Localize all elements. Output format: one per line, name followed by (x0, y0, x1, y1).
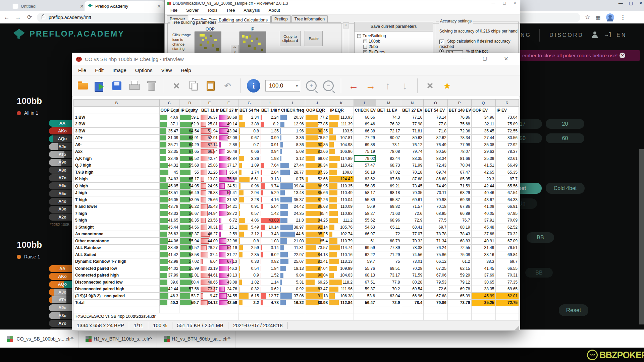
download-item[interactable]: HJ_vs_BTN_60bb_sa....cfr ^ (157, 330, 235, 348)
pio-menu-tree[interactable]: Tree (226, 8, 235, 13)
open-folder-icon[interactable] (77, 79, 89, 92)
iv-menu-view[interactable]: View (161, 67, 172, 73)
maximize-icon[interactable]: ▢ (629, 1, 633, 6)
cut-icon[interactable] (170, 79, 182, 92)
reload-icon[interactable]: ⟳ (25, 13, 34, 22)
paste-button[interactable]: Paste (305, 31, 323, 46)
col-header-bet-27-fr: BET 27 fr (219, 107, 238, 114)
profile-avatar[interactable] (606, 13, 614, 21)
tree-item-treebuilding[interactable]: TreeBuilding (363, 34, 386, 38)
nav-training-fragment[interactable]: NG (521, 32, 531, 38)
pio-menu-analysis[interactable]: Analysis (244, 8, 260, 13)
cell: 64.33 (495, 196, 519, 203)
col-header-bet-54-fre: BET 54 fre (238, 107, 260, 114)
undo-icon[interactable]: ↶ (222, 79, 234, 92)
info-icon[interactable]: i (247, 79, 260, 93)
nav-discord-link[interactable]: DISCORD (549, 32, 584, 38)
prev-image-icon[interactable]: ← (347, 79, 360, 92)
iv-maximize-icon[interactable]: ▢ (483, 56, 487, 62)
tree-item-100bb[interactable]: 100bb (369, 39, 380, 44)
minimize-icon[interactable]: — (619, 1, 623, 6)
pio-maximize-icon[interactable]: ▢ (502, 1, 506, 5)
pill-bb[interactable]: BB (527, 232, 554, 243)
browser-tab-untitled[interactable]: Untitled ✕ (9, 1, 87, 11)
pio-menu-file[interactable]: File (170, 8, 177, 13)
iv-menu-help[interactable]: Help (181, 67, 191, 73)
favorites-icon[interactable]: ★ (441, 79, 453, 92)
download-menu-chevron-icon[interactable]: ^ (149, 336, 153, 341)
iv-menu-image[interactable]: Image (112, 67, 126, 73)
iv-close-icon[interactable]: ✕ (504, 56, 508, 62)
iv-menu-edit[interactable]: Edit (95, 67, 104, 73)
browser-tab-preflop-academy[interactable]: Preflop Academy ✕ (85, 1, 164, 11)
tab-close-icon[interactable]: ✕ (75, 4, 84, 9)
browser-menu-icon[interactable]: ⋮ (620, 14, 626, 21)
tools-icon[interactable] (424, 79, 436, 92)
next-image-icon[interactable]: → (365, 79, 377, 92)
pill-stack-20[interactable]: 20 (546, 119, 584, 129)
back-icon[interactable]: ← (2, 13, 11, 22)
window-resize-grip[interactable] (515, 326, 519, 330)
cell: 83.62 (354, 176, 376, 183)
pio-menu-about[interactable]: About (269, 8, 280, 13)
iv-menu-options[interactable]: Options (135, 67, 153, 73)
zoom-dropdown-icon[interactable]: ▾ (296, 84, 298, 88)
slideshow-icon[interactable] (94, 79, 106, 92)
download-item[interactable]: CO_vs_SB_100bb_s....cfr ^ (0, 330, 78, 348)
close-icon[interactable]: ✕ (639, 1, 643, 6)
down-icon[interactable]: ↓ (399, 79, 411, 92)
extensions-puzzle-icon[interactable]: ▦ (596, 14, 600, 20)
zoom-out-icon[interactable]: − (322, 79, 334, 92)
bookmark-star-icon[interactable]: ☆ (585, 14, 590, 21)
pio-close-icon[interactable]: ✕ (514, 1, 517, 5)
col-header-bet-27-ev: BET 27 EV (401, 107, 424, 114)
download-menu-chevron-icon[interactable]: ^ (70, 336, 74, 341)
copy-icon[interactable] (187, 79, 200, 92)
page-scrollbar-thumb[interactable] (639, 149, 644, 324)
download-menu-chevron-icon[interactable]: ^ (227, 336, 231, 341)
iv-minimize-icon[interactable]: — (461, 56, 466, 62)
pill-stack-60[interactable]: 60 (546, 133, 584, 143)
site-brand[interactable]: PREFLOP.ACADEMY (13, 29, 124, 39)
irfanview-title-bar[interactable]: CO vs SB 4bp 100bb IP Cbet.jpg - IrfanVi… (72, 53, 520, 65)
stack-action-label[interactable]: All in 1 (17, 110, 38, 116)
os-window-controls[interactable]: — ▢ ✕ (619, 1, 643, 6)
save-icon[interactable] (111, 79, 123, 92)
pill-bb-dim[interactable]: BB (525, 268, 553, 278)
save-current-parameters-button[interactable]: Save current parameters (354, 22, 433, 31)
download-item[interactable]: HJ_vs_BTN_110bb_s....cfr ^ (78, 330, 157, 348)
logout-icon[interactable]: →] (604, 32, 610, 38)
pill-cold-4bet[interactable]: Cold 4bet (546, 183, 585, 194)
account-person-icon[interactable] (592, 32, 598, 38)
reset-button[interactable]: Reset (559, 304, 588, 316)
delete-icon[interactable] (145, 79, 157, 92)
cell: 71.57 (401, 203, 424, 210)
nav-language[interactable]: EN (616, 32, 627, 38)
tree-expander-icon[interactable]: + (363, 45, 367, 49)
paste-icon[interactable] (205, 79, 217, 92)
scroll-up-icon[interactable]: ^ (343, 23, 349, 28)
zoom-in-icon[interactable]: + (305, 79, 317, 92)
tree-expander-icon[interactable]: - (357, 34, 361, 38)
accuracy-stop-checkbox[interactable]: ✓ Stop calculation if desired accuracy r… (439, 39, 518, 49)
pio-tab-tree-information[interactable]: Tree information (291, 15, 328, 23)
image-canvas[interactable]: BCDEFGHIJKLMNOPQROOP EquiIP EquityBET 11… (73, 96, 519, 320)
checkbox-checked-icon[interactable]: ✓ (439, 40, 444, 44)
pio-menu-tools[interactable]: Tools (207, 8, 217, 13)
iv-menu-file[interactable]: File (78, 67, 86, 73)
notification-close-icon[interactable]: ✕ (620, 53, 625, 58)
stack-action-label[interactable]: Raise 1 (17, 254, 40, 259)
forward-icon[interactable]: → (13, 13, 23, 22)
copy-to-clipboard-button[interactable]: Copy to clipboard (280, 31, 301, 46)
pio-tab-preflop[interactable]: Preflop (271, 15, 291, 23)
tab-close-icon[interactable]: ✕ (152, 4, 161, 9)
pioviewer-title-bar[interactable]: D:\Downloads\CO_vs_SB_100bb_sample.cfr -… (165, 0, 520, 6)
tree-expander-icon[interactable]: + (363, 40, 367, 43)
tree-item-25bb[interactable]: 25bb (369, 44, 378, 49)
cell: 69.74 (424, 169, 448, 176)
zoom-level-combo[interactable]: 100.0▾ (265, 80, 300, 92)
print-icon[interactable] (128, 79, 140, 92)
up-icon[interactable]: ↑ (382, 79, 394, 92)
pio-menu-solver[interactable]: Solver (186, 8, 199, 13)
pio-minimize-icon[interactable]: — (491, 1, 495, 5)
